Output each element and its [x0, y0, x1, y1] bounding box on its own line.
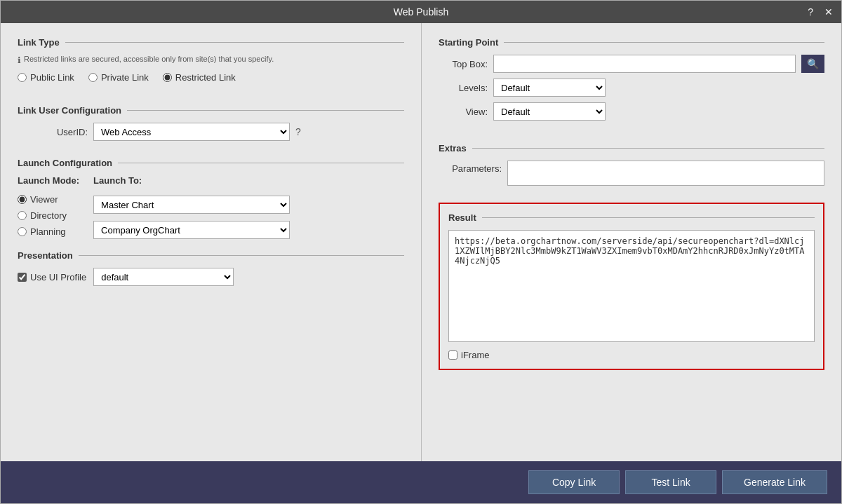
link-user-config-line — [127, 110, 404, 111]
launch-to-label: Launch To: — [93, 175, 290, 186]
starting-point-header: Starting Point — [439, 37, 824, 48]
iframe-option[interactable]: iFrame — [448, 350, 489, 360]
generate-link-button[interactable]: Generate Link — [722, 470, 827, 494]
result-section: Result iFrame — [439, 203, 824, 370]
viewer-label: Viewer — [30, 194, 58, 205]
planning-label: Planning — [30, 226, 66, 237]
right-panel: Starting Point Top Box: 🔍 Levels: Defaul… — [422, 23, 841, 461]
footer-bar: Copy Link Test Link Generate Link — [1, 461, 841, 503]
test-link-button[interactable]: Test Link — [625, 470, 716, 494]
launch-config-header: Launch Configuration — [18, 158, 404, 168]
view-select[interactable]: Default Compact Extended — [493, 102, 606, 121]
directory-radio[interactable] — [18, 211, 27, 220]
presentation-section: Presentation Use UI Profile default cust… — [18, 250, 404, 286]
help-button[interactable]: ? — [805, 5, 816, 19]
restricted-link-option[interactable]: Restricted Link — [163, 72, 236, 83]
starting-point-title: Starting Point — [439, 37, 498, 48]
userid-label: UserID: — [18, 127, 88, 137]
result-textarea[interactable] — [448, 230, 815, 342]
content-area: Link Type ℹ Restricted links are secured… — [1, 23, 841, 461]
ui-profile-select[interactable]: default custom minimal — [93, 268, 234, 286]
info-icon: ℹ — [18, 55, 21, 65]
directory-mode-option[interactable]: Directory — [18, 210, 79, 221]
private-link-option[interactable]: Private Link — [88, 72, 149, 83]
titlebar: Web Publish ? ✕ — [1, 1, 841, 23]
launch-sub-select[interactable]: Company OrgChart Division OrgChart — [93, 221, 290, 239]
extras-line — [472, 148, 824, 149]
result-footer: iFrame — [448, 350, 815, 360]
public-link-option[interactable]: Public Link — [18, 72, 74, 83]
link-type-header: Link Type — [18, 37, 404, 48]
userid-select[interactable]: Web Access Admin Guest — [93, 123, 290, 141]
directory-label: Directory — [30, 210, 67, 221]
top-box-label: Top Box: — [439, 59, 488, 69]
link-user-config-title: Link User Configuration — [18, 105, 121, 116]
iframe-label: iFrame — [461, 350, 489, 360]
planning-radio[interactable] — [18, 227, 27, 236]
starting-point-section: Starting Point Top Box: 🔍 Levels: Defaul… — [439, 37, 824, 126]
top-box-row: Top Box: 🔍 — [439, 55, 824, 73]
parameters-row: Parameters: — [439, 161, 824, 186]
result-title: Result — [448, 212, 476, 223]
link-user-config-section: Link User Configuration UserID: Web Acce… — [18, 105, 404, 147]
viewer-radio[interactable] — [18, 195, 27, 204]
planning-mode-option[interactable]: Planning — [18, 226, 79, 237]
titlebar-controls: ? ✕ — [805, 5, 836, 19]
top-box-input[interactable] — [493, 55, 796, 73]
launch-config-section: Launch Configuration Launch Mode: Viewer… — [18, 158, 404, 239]
link-type-info-text: Restricted links are secured, accessible… — [24, 55, 274, 63]
link-type-radio-group: Public Link Private Link Restricted Link — [18, 72, 404, 83]
launch-config-title: Launch Configuration — [18, 158, 112, 168]
presentation-header: Presentation — [18, 250, 404, 261]
close-button[interactable]: ✕ — [822, 5, 836, 19]
search-button[interactable]: 🔍 — [801, 55, 824, 73]
extras-header: Extras — [439, 143, 824, 154]
link-type-line — [65, 42, 404, 43]
launch-to-select[interactable]: Master Chart Custom Chart Department Cha… — [93, 196, 290, 214]
levels-select[interactable]: Default 1 2 3 — [493, 79, 606, 97]
view-row: View: Default Compact Extended — [439, 102, 824, 121]
use-ui-profile-option[interactable]: Use UI Profile — [18, 272, 86, 282]
link-type-title: Link Type — [18, 37, 60, 48]
link-type-info: ℹ Restricted links are secured, accessib… — [18, 55, 404, 65]
viewer-mode-option[interactable]: Viewer — [18, 194, 79, 205]
presentation-title: Presentation — [18, 250, 73, 261]
launch-to-col: Launch To: Master Chart Custom Chart Dep… — [93, 175, 290, 239]
userid-row: UserID: Web Access Admin Guest ? — [18, 123, 404, 141]
extras-section: Extras Parameters: — [439, 143, 824, 186]
private-link-radio[interactable] — [88, 73, 98, 82]
restricted-link-radio[interactable] — [163, 73, 172, 82]
result-header: Result — [448, 212, 815, 223]
use-ui-profile-label: Use UI Profile — [30, 272, 86, 282]
public-link-label: Public Link — [30, 72, 74, 83]
parameters-label: Parameters: — [439, 161, 502, 174]
starting-point-line — [504, 42, 824, 43]
launch-mode-col: Launch Mode: Viewer Directory Planning — [18, 175, 79, 239]
left-panel: Link Type ℹ Restricted links are secured… — [1, 23, 422, 461]
parameters-input[interactable] — [507, 161, 824, 186]
dialog-title: Web Publish — [394, 6, 448, 18]
userid-help-icon[interactable]: ? — [295, 126, 301, 137]
presentation-row: Use UI Profile default custom minimal — [18, 268, 404, 286]
iframe-checkbox[interactable] — [448, 350, 457, 360]
levels-row: Levels: Default 1 2 3 — [439, 79, 824, 97]
link-type-section: Link Type ℹ Restricted links are secured… — [18, 37, 404, 94]
view-label: View: — [439, 107, 488, 117]
extras-title: Extras — [439, 143, 467, 154]
restricted-link-label: Restricted Link — [175, 72, 236, 83]
private-link-label: Private Link — [101, 72, 149, 83]
result-line — [482, 217, 815, 218]
presentation-line — [79, 255, 404, 256]
launch-config-line — [118, 163, 404, 163]
use-ui-profile-checkbox[interactable] — [18, 273, 27, 282]
search-icon: 🔍 — [807, 58, 819, 69]
launch-grid: Launch Mode: Viewer Directory Planning — [18, 175, 404, 239]
launch-mode-label: Launch Mode: — [18, 175, 79, 186]
web-publish-dialog: Web Publish ? ✕ Link Type ℹ Restricted l… — [0, 0, 842, 504]
levels-label: Levels: — [439, 83, 488, 93]
public-link-radio[interactable] — [18, 73, 27, 82]
link-user-config-header: Link User Configuration — [18, 105, 404, 116]
copy-link-button[interactable]: Copy Link — [528, 470, 620, 494]
